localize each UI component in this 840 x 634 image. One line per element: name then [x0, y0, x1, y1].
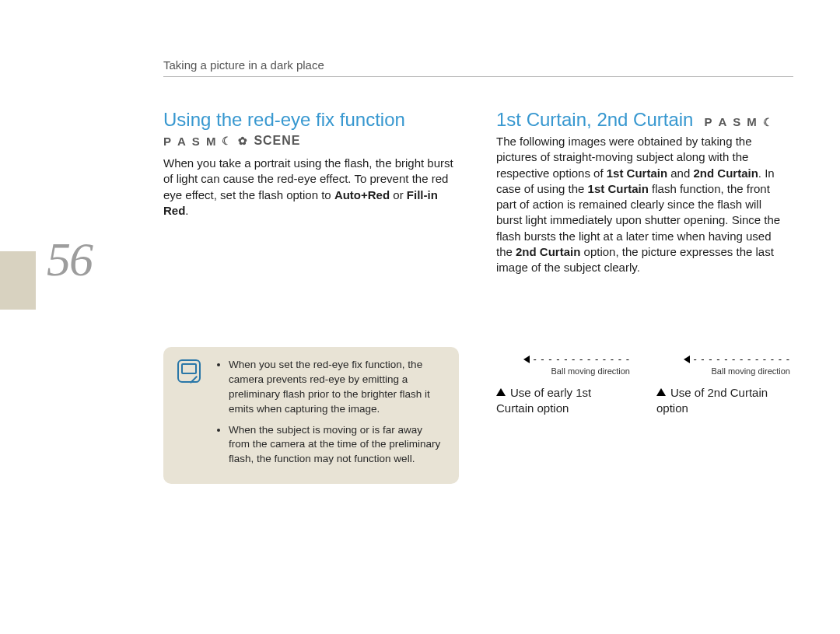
right-section-title: 1st Curtain, 2nd Curtain [496, 109, 693, 131]
direction-arrow: - - - - - - - - - - - - - [496, 353, 630, 365]
right-body-mid1: and [667, 166, 693, 180]
mode-m: M [747, 115, 758, 128]
left-body-text: When you take a portrait using the flash… [163, 156, 457, 219]
note-item: When you set the red-eye fix function, t… [229, 358, 445, 417]
page-number-bar [0, 251, 36, 310]
figure-1st-curtain: - - - - - - - - - - - - - Ball moving di… [496, 353, 630, 415]
left-body-mid: or [390, 188, 407, 201]
left-section-title: Using the red-eye fix function [163, 109, 457, 131]
content-columns: Using the red-eye fix function P A S M ☾… [163, 109, 793, 484]
page-number: 56 [47, 232, 92, 287]
mode-m: M [206, 135, 218, 148]
page-number-band: 56 [0, 251, 140, 310]
note-list: When you set the red-eye fix function, t… [218, 358, 445, 467]
figure-2nd-curtain: - - - - - - - - - - - - - Ball moving di… [656, 353, 790, 415]
mode-p: P [704, 115, 713, 128]
figure-caption: Use of 2nd Curtain option [656, 385, 790, 415]
note-box: When you set the red-eye fix function, t… [163, 347, 459, 484]
dashes-icon: - - - - - - - - - - - - - [693, 353, 790, 365]
arrow-left-icon [523, 356, 530, 363]
person-icon: ✿ [238, 135, 249, 147]
mode-a: A [718, 115, 728, 128]
dashes-icon: - - - - - - - - - - - - - [533, 353, 630, 365]
left-body-b1: Auto+Red [334, 188, 390, 201]
left-mode-row: P A S M ☾ ✿ SCENE [163, 134, 457, 148]
left-column: Using the red-eye fix function P A S M ☾… [163, 109, 457, 484]
page-header: Taking a picture in a dark place [163, 58, 793, 77]
direction-arrow: - - - - - - - - - - - - - [656, 353, 790, 365]
right-column: 1st Curtain, 2nd Curtain P A S M ☾ The f… [496, 109, 790, 484]
figures-row: - - - - - - - - - - - - - Ball moving di… [496, 353, 790, 415]
caption-text: Use of 2nd Curtain option [656, 386, 768, 415]
mode-s: S [733, 115, 742, 128]
night-icon: ☾ [222, 135, 233, 147]
direction-label: Ball moving direction [496, 366, 630, 376]
caption-text: Use of early 1st Curtain option [496, 386, 591, 415]
note-item: When the subject is moving or is far awa… [229, 423, 445, 468]
mode-scene: SCENE [254, 134, 300, 148]
right-body-b2: 2nd Curtain [693, 166, 758, 180]
note-icon [177, 359, 201, 383]
arrow-left-icon [684, 356, 690, 363]
right-title-row: 1st Curtain, 2nd Curtain P A S M ☾ [496, 109, 790, 131]
triangle-up-icon [496, 388, 506, 396]
right-mode-row: P A S M ☾ [704, 115, 774, 128]
left-body-post: . [185, 204, 188, 217]
direction-label: Ball moving direction [656, 366, 790, 376]
right-body-b4: 2nd Curtain [516, 245, 580, 258]
figure-caption: Use of early 1st Curtain option [496, 385, 630, 415]
right-body-text: The following images were obtained by ta… [496, 134, 790, 275]
mode-p: P [163, 135, 173, 148]
right-body-b3: 1st Curtain [588, 182, 649, 195]
night-icon: ☾ [763, 116, 775, 128]
manual-page: Taking a picture in a dark place 56 Usin… [0, 0, 840, 634]
mode-a: A [177, 135, 187, 148]
right-body-b1: 1st Curtain [607, 166, 667, 180]
mode-s: S [192, 135, 201, 148]
triangle-up-icon [656, 388, 666, 396]
